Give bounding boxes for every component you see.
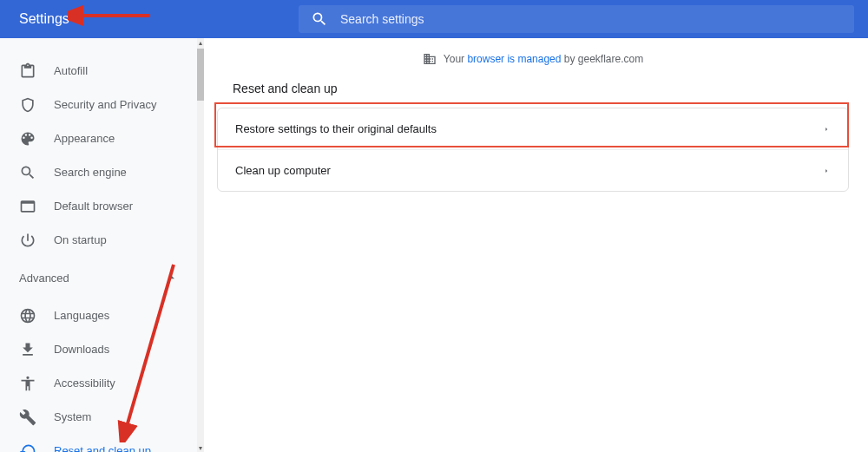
managed-suffix: by geekflare.com [561,53,643,65]
sidebar-section-advanced[interactable]: Advanced [0,257,197,298]
sidebar-section-label: Advanced [19,272,69,285]
sidebar-item-label: Languages [54,309,109,322]
sidebar-item-appearance[interactable]: Appearance [0,121,197,155]
sidebar-item-label: Reset and clean up [54,444,151,452]
sidebar-item-accessibility[interactable]: Accessibility [0,366,197,400]
restore-defaults-row[interactable]: Restore settings to their original defau… [218,108,848,150]
sidebar-item-label: On startup [54,233,107,246]
download-icon [19,341,36,358]
sidebar-item-label: Security and Privacy [54,98,157,111]
chevron-right-icon [822,125,831,134]
shield-icon [19,96,36,114]
section-title: Reset and clean up [233,82,868,95]
sidebar-item-search-engine[interactable]: Search engine [0,155,197,189]
chevron-up-icon [166,272,178,284]
power-icon [19,232,36,249]
managed-text: Your browser is managed by geekflare.com [444,53,643,65]
search-icon [311,10,328,28]
sidebar-item-label: Appearance [54,132,115,145]
sidebar-item-default-browser[interactable]: Default browser [0,189,197,223]
sidebar-item-label: System [54,410,91,423]
sidebar-item-label: Autofill [54,64,88,77]
sidebar-item-autofill[interactable]: Autofill [0,54,197,88]
palette-icon [19,130,36,147]
search-icon [19,164,36,181]
row-label: Restore settings to their original defau… [235,122,437,135]
chevron-right-icon [822,167,831,175]
wrench-icon [19,409,36,426]
sidebar-item-label: Downloads [54,343,109,356]
building-icon [423,52,437,66]
globe-icon [19,307,36,324]
managed-prefix: Your [444,53,468,65]
browser-icon [19,198,36,215]
managed-link[interactable]: browser is managed [467,53,561,65]
row-label: Clean up computer [235,164,331,177]
clipboard-icon [19,62,36,80]
sidebar: ▴ ▾ Autofill Security and Privacy Appear… [0,38,198,452]
sidebar-item-languages[interactable]: Languages [0,298,197,332]
search-input[interactable] [340,12,687,26]
sidebar-item-reset[interactable]: Reset and clean up [0,434,197,452]
sidebar-item-system[interactable]: System [0,400,197,434]
sidebar-item-label: Search engine [54,166,127,179]
page-title: Settings [19,11,69,27]
managed-notice: Your browser is managed by geekflare.com [198,52,868,66]
header-bar: Settings [0,0,868,38]
search-container[interactable] [299,5,854,33]
restore-icon [19,442,36,453]
accessibility-icon [19,375,36,392]
reset-card: Restore settings to their original defau… [217,108,849,192]
sidebar-item-label: Default browser [54,200,133,213]
cleanup-computer-row[interactable]: Clean up computer [218,150,848,191]
sidebar-item-downloads[interactable]: Downloads [0,332,197,366]
main-content: Your browser is managed by geekflare.com… [198,38,868,452]
sidebar-item-security[interactable]: Security and Privacy [0,88,197,121]
sidebar-item-label: Accessibility [54,377,115,390]
sidebar-item-startup[interactable]: On startup [0,223,197,257]
